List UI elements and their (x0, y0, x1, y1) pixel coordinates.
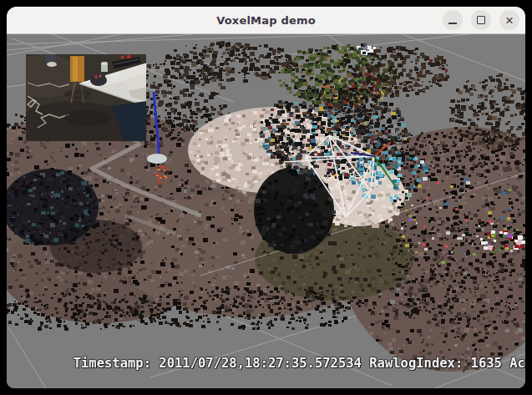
timestamp-value: 2011/07/28,18:27:35.572534 (159, 356, 362, 371)
window-title: VoxelMap demo (216, 14, 316, 27)
rawlog-value: 1635 (471, 356, 502, 371)
maximize-button[interactable] (471, 10, 491, 30)
maximize-icon (477, 16, 485, 24)
activevoxels-label: ActiveVoxe (502, 356, 525, 371)
minimize-button[interactable] (443, 10, 463, 30)
rawlog-label: RawlogIndex: (362, 356, 471, 371)
close-button[interactable]: × (499, 10, 519, 30)
desktop: VoxelMap demo × Timestamp: 2011/07/28,18… (0, 0, 532, 395)
voxelmap-window: VoxelMap demo × Timestamp: 2011/07/28,18… (7, 7, 525, 388)
viewport: Timestamp: 2011/07/28,18:27:35.572534 Ra… (7, 34, 525, 388)
camera-feed-inset (26, 54, 146, 141)
titlebar[interactable]: VoxelMap demo × (7, 7, 525, 34)
window-controls: × (443, 10, 519, 30)
status-text: Timestamp: 2011/07/28,18:27:35.572534 Ra… (11, 341, 525, 386)
timestamp-label: Timestamp: (73, 356, 160, 371)
close-icon: × (505, 13, 514, 28)
minimize-icon (448, 23, 457, 24)
